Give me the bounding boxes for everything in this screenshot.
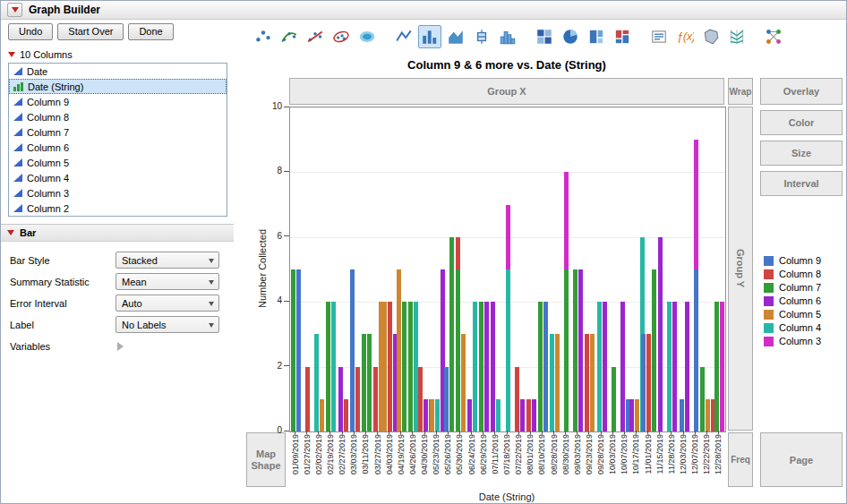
bar-segment xyxy=(685,302,689,431)
bar-segment xyxy=(555,334,560,431)
chevron-down-icon xyxy=(209,302,214,306)
overlay-zone[interactable]: Overlay xyxy=(760,78,843,105)
bar-style-dropdown[interactable]: Stacked xyxy=(116,252,219,269)
bar-segment xyxy=(720,302,724,431)
map-shape-zone[interactable]: Map Shape xyxy=(246,432,286,487)
x-tick-label: 08/30/2019 xyxy=(561,434,570,490)
start-over-button[interactable]: Start Over xyxy=(57,23,124,40)
column-item-column-3[interactable]: Column 3 xyxy=(9,185,227,201)
ellipse-icon[interactable] xyxy=(329,25,353,48)
heatmap-icon[interactable] xyxy=(533,25,556,48)
bar-segment xyxy=(620,302,625,431)
label-dropdown[interactable]: No Labels xyxy=(116,316,219,333)
summary-statistic-label: Summary Statistic xyxy=(10,277,90,287)
column-item-column-2[interactable]: Column 2 xyxy=(9,201,227,216)
treemap-icon[interactable] xyxy=(585,25,608,48)
area-chart-icon[interactable] xyxy=(444,25,467,48)
column-item-column-7[interactable]: Column 7 xyxy=(9,124,227,140)
plot-area[interactable] xyxy=(289,107,726,432)
group-y-zone[interactable]: Group Y xyxy=(728,107,753,431)
toolbar-group-gap xyxy=(637,37,645,38)
bar-segment xyxy=(491,302,495,431)
column-item-date[interactable]: Date xyxy=(9,64,227,79)
bar-segment xyxy=(435,399,440,431)
legend-swatch xyxy=(764,283,774,293)
bar-disclosure-icon[interactable] xyxy=(7,230,14,235)
line-of-fit-icon[interactable] xyxy=(304,25,327,48)
x-tick-label: 07/18/2019 xyxy=(502,434,511,490)
bar-style-value: Stacked xyxy=(122,255,158,266)
column-item-column-5[interactable]: Column 5 xyxy=(9,155,227,170)
caption-box-icon[interactable] xyxy=(647,25,671,48)
bar-segment xyxy=(714,302,719,431)
legend-label: Column 9 xyxy=(779,255,821,266)
action-buttons: Undo Start Over Done xyxy=(8,23,174,40)
chevron-down-icon xyxy=(209,259,214,263)
bar-segment xyxy=(456,269,460,431)
x-tick-label: 11/15/2019 xyxy=(655,434,664,490)
bar-segment xyxy=(646,334,651,431)
line-chart-icon[interactable] xyxy=(392,25,415,48)
legend: Column 9Column 8Column 7Column 6Column 5… xyxy=(764,255,821,346)
bar-segment xyxy=(350,269,355,431)
toolbar-group-gap xyxy=(381,37,389,38)
undo-button[interactable]: Undo xyxy=(8,23,53,40)
legend-swatch xyxy=(764,323,774,333)
histogram-icon[interactable] xyxy=(496,25,519,48)
map-shape-icon[interactable] xyxy=(699,25,723,48)
box-plot-icon[interactable] xyxy=(470,25,493,48)
bar-segment xyxy=(694,140,698,269)
toolbar-group-gap xyxy=(751,37,759,38)
x-tick-label: 10/17/2019 xyxy=(631,434,640,490)
y-tick-label: 10 xyxy=(257,101,282,111)
bar-chart-icon[interactable] xyxy=(418,25,441,48)
x-axis-labels: 01/09/201901/27/201902/02/201902/19/2019… xyxy=(289,431,724,488)
x-tick-label: 04/26/2019 xyxy=(408,434,417,490)
continuous-icon xyxy=(13,158,22,167)
column-item-column-9[interactable]: Column 9 xyxy=(9,94,227,109)
bar-segment xyxy=(578,269,583,431)
y-tick-label: 8 xyxy=(257,166,282,175)
wrap-zone[interactable]: Wrap xyxy=(728,78,753,105)
x-tick-label: 07/11/2019 xyxy=(491,434,500,490)
variables-disclosure-icon[interactable] xyxy=(117,342,124,351)
group-x-zone[interactable]: Group X xyxy=(289,78,724,105)
column-item-column-8[interactable]: Column 8 xyxy=(9,109,227,124)
pie-chart-icon[interactable] xyxy=(559,25,582,48)
bar-segment xyxy=(367,334,372,431)
formula-icon[interactable]: ƒ(x) xyxy=(673,25,697,48)
column-item-column-4[interactable]: Column 4 xyxy=(9,170,227,185)
red-triangle-menu-button[interactable] xyxy=(7,3,22,17)
freq-zone[interactable]: Freq xyxy=(728,432,753,487)
label-value: No Labels xyxy=(122,320,167,330)
column-item-label: Column 2 xyxy=(27,203,69,214)
error-interval-dropdown[interactable]: Auto xyxy=(116,295,219,312)
contour-icon[interactable] xyxy=(355,25,379,48)
mosaic-icon[interactable] xyxy=(611,25,634,48)
bar-segment xyxy=(467,399,472,431)
bar-segment xyxy=(444,367,449,431)
column-item-column-6[interactable]: Column 6 xyxy=(9,140,227,155)
x-tick-label: 08/28/2019 xyxy=(550,434,559,490)
color-zone[interactable]: Color xyxy=(760,110,843,135)
smoother-icon[interactable] xyxy=(278,25,301,48)
diagram-icon[interactable] xyxy=(762,25,785,48)
y-tick xyxy=(284,301,289,302)
parallel-plot-icon[interactable] xyxy=(725,25,749,48)
bar-segment xyxy=(291,269,295,431)
done-button[interactable]: Done xyxy=(128,23,173,40)
x-tick-label: 10/03/2019 xyxy=(608,434,617,490)
summary-statistic-dropdown[interactable]: Mean xyxy=(116,273,219,290)
column-item-date-string[interactable]: Date (String) xyxy=(9,79,227,94)
bar-segment xyxy=(706,399,710,431)
chevron-down-icon xyxy=(209,323,214,328)
size-zone[interactable]: Size xyxy=(760,141,843,166)
x-tick-label: 04/30/2019 xyxy=(420,434,429,490)
page-zone[interactable]: Page xyxy=(760,432,843,487)
bar-section-header: Bar xyxy=(1,225,234,242)
bar-style-label: Bar Style xyxy=(10,255,50,266)
interval-zone[interactable]: Interval xyxy=(760,171,843,196)
columns-disclosure-icon[interactable] xyxy=(8,52,15,57)
window-title: Graph Builder xyxy=(29,4,100,16)
points-icon[interactable] xyxy=(252,25,275,48)
